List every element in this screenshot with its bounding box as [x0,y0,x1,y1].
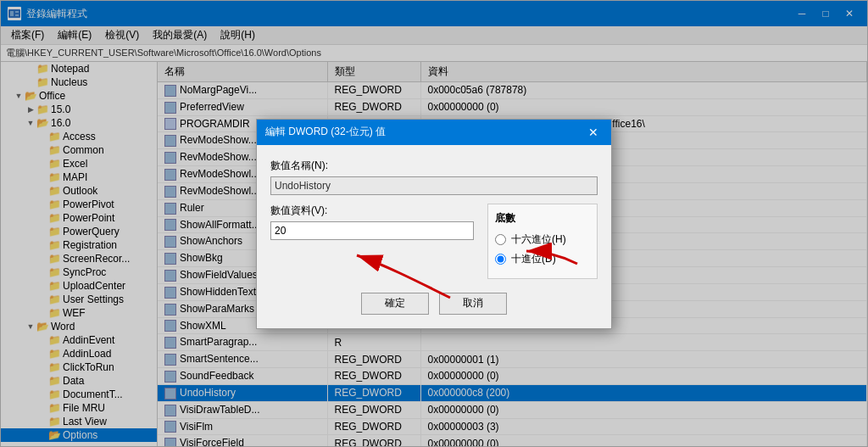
name-row: 數值名稱(N): [270,159,598,195]
hex-radio-row: 十六進位(H) [495,232,590,247]
value-input[interactable] [270,221,474,240]
name-input[interactable] [270,176,598,195]
dialog-titlebar: 編輯 DWORD (32-位元) 值 ✕ [257,120,611,145]
hex-label: 十六進位(H) [511,232,566,247]
edit-dword-dialog: 編輯 DWORD (32-位元) 值 ✕ 數值名稱(N): 數值資料(V): 底… [256,119,612,329]
radix-section: 底數 十六進位(H) 十進位(D) [487,204,598,279]
ok-button[interactable]: 確定 [361,293,429,315]
dialog-overlay: 編輯 DWORD (32-位元) 值 ✕ 數值名稱(N): 數值資料(V): 底… [1,1,867,446]
name-label: 數值名稱(N): [270,159,598,173]
value-section: 數值資料(V): [270,204,474,240]
radix-title: 底數 [495,211,590,226]
cancel-button[interactable]: 取消 [439,293,507,315]
dec-radio-row: 十進位(D) [495,252,590,266]
dialog-title: 編輯 DWORD (32-位元) 值 [265,125,386,139]
dialog-buttons: 確定 取消 [270,293,598,315]
dec-label: 十進位(D) [511,252,556,266]
dec-radio[interactable] [495,254,506,265]
dialog-close-button[interactable]: ✕ [584,125,603,140]
bottom-row: 數值資料(V): 底數 十六進位(H) 十進位(D) [270,204,598,279]
value-label: 數值資料(V): [270,204,474,218]
dialog-body: 數值名稱(N): 數值資料(V): 底數 十六進位(H) [257,145,611,328]
hex-radio[interactable] [495,234,506,245]
